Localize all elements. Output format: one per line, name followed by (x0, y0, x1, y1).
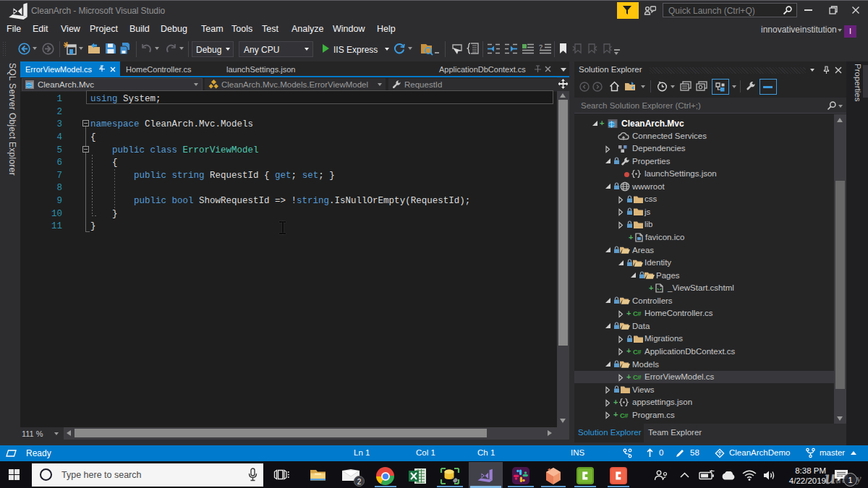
svg-text:?: ? (539, 43, 542, 51)
